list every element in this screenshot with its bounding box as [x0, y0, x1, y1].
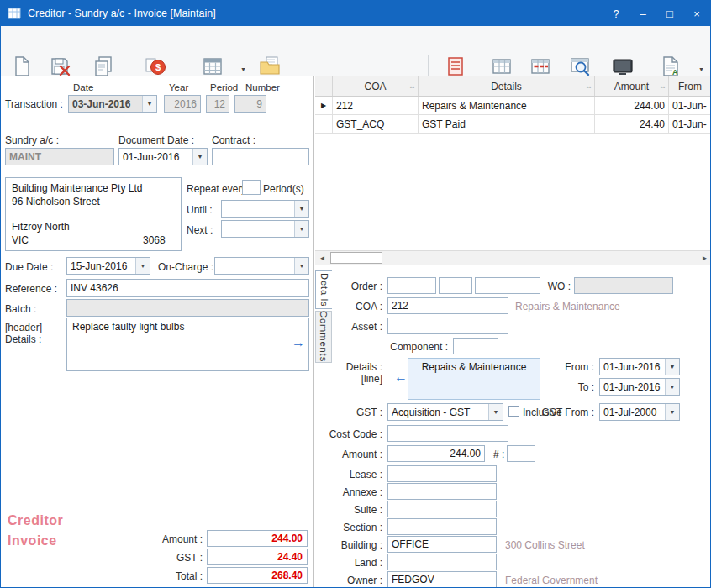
line-items-grid: COA ⇔ Details ⇔ Amount ⇔ From ▶ 212 Repa…	[315, 76, 711, 265]
minimize-button[interactable]: –	[629, 1, 656, 26]
cell-coa[interactable]: GST_ACQ	[333, 115, 419, 133]
wo-field	[574, 277, 673, 294]
to-date-value: 01-Jun-2016	[600, 379, 665, 395]
from-date-picker[interactable]: 01-Jun-2016 ▼	[599, 358, 680, 375]
order-field-2[interactable]	[439, 277, 472, 294]
wipe-grid-icon	[491, 54, 513, 77]
row-selector-cell[interactable]: ▶	[315, 97, 333, 114]
window-controls: ? – □ ×	[603, 1, 710, 26]
column-pin-icon[interactable]: ⇔	[408, 82, 416, 91]
reports-icon: A	[660, 54, 682, 77]
suite-field[interactable]	[387, 501, 497, 517]
row-selector-cell[interactable]	[315, 115, 333, 133]
copy-details-arrow-left-icon[interactable]: ←	[394, 370, 408, 385]
copy-details-arrow-right-icon[interactable]: →	[292, 335, 305, 350]
svg-text:$: $	[155, 62, 161, 72]
cell-from[interactable]: 01-Jun-	[669, 97, 711, 114]
reports-chevron-down-icon[interactable]: ▼	[698, 66, 704, 72]
gst-from-date-picker[interactable]: 01-Jul-2000 ▼	[599, 403, 680, 421]
chevron-down-icon: ▼	[665, 379, 679, 395]
order-field-1[interactable]	[387, 277, 436, 294]
asset-field[interactable]	[387, 318, 508, 334]
from-label: From :	[539, 361, 594, 373]
wo-label: WO :	[522, 281, 571, 292]
land-field[interactable]	[387, 554, 497, 570]
tab-comments[interactable]: Comments	[315, 311, 332, 363]
repeat-every-field[interactable]	[242, 180, 261, 195]
cell-from[interactable]: 01-Jun-	[669, 115, 711, 133]
component-field[interactable]	[453, 338, 498, 354]
owner-description-hint: Federal Government	[505, 575, 598, 586]
line-details-box[interactable]: Repairs & Maintenance	[408, 358, 540, 400]
contract-label: Contract :	[212, 134, 255, 146]
contract-field[interactable]	[212, 148, 309, 165]
due-date-picker[interactable]: 15-Jun-2016 ▼	[66, 257, 150, 275]
wipe-search-icon	[569, 54, 591, 77]
next-label: Next :	[187, 224, 213, 236]
grid-header-coa[interactable]: COA ⇔	[333, 76, 419, 96]
column-pin-icon[interactable]: ⇔	[585, 82, 592, 91]
cell-details[interactable]: Repairs & Maintenance	[419, 97, 595, 114]
inclusive-checkbox[interactable]	[508, 406, 519, 417]
year-column-label: Year	[169, 82, 188, 92]
next-date-picker[interactable]: ▼	[221, 220, 309, 238]
chevron-down-icon: ▼	[294, 258, 308, 274]
coa-field[interactable]	[387, 297, 508, 314]
tab-label: Comments	[319, 311, 329, 362]
section-field[interactable]	[387, 518, 497, 535]
on-charge-value	[215, 258, 294, 274]
watermark-invoice: Invoice	[8, 533, 57, 549]
titlebar: Creditor - Sundry a/c - Invoice [Maintai…	[1, 1, 710, 26]
scroll-track[interactable]	[329, 251, 698, 265]
chevron-down-icon: ▼	[665, 359, 679, 375]
payee-address-box[interactable]: Building Maintenance Pty Ltd 96 Nicholso…	[5, 177, 182, 251]
owner-field[interactable]	[387, 571, 497, 588]
cell-coa[interactable]: 212	[333, 97, 419, 114]
payee-state: VIC	[12, 234, 29, 246]
help-button[interactable]: ?	[603, 1, 629, 26]
gst-type-select[interactable]: Acquisition - GST ▼	[387, 403, 503, 421]
due-date-label: Due Date :	[5, 261, 53, 273]
document-date-picker[interactable]: 01-Jun-2016 ▼	[118, 148, 208, 165]
building-icon	[202, 54, 224, 77]
grid-row: ▶ 212 Repairs & Maintenance 244.00 01-Ju…	[315, 97, 711, 115]
header-details-box[interactable]: Replace faulty light bulbs	[66, 318, 309, 371]
cost-code-field[interactable]	[387, 425, 508, 442]
coa-label: COA :	[315, 301, 382, 312]
grid-header-details[interactable]: Details ⇔	[419, 76, 595, 96]
scroll-right-icon[interactable]: ►	[698, 251, 711, 265]
building-chevron-down-icon[interactable]: ▼	[240, 66, 246, 72]
grid-header-from[interactable]: From	[669, 76, 711, 96]
line-detail-panel: Details Comments Order : WO : COA : Repa…	[315, 265, 711, 588]
cell-amount[interactable]: 24.40	[595, 115, 669, 133]
reference-field[interactable]	[66, 279, 309, 297]
lease-field[interactable]	[387, 465, 497, 482]
annexe-field[interactable]	[387, 483, 497, 500]
total-gst-value: 24.40	[207, 549, 308, 565]
gst-from-label: GST From :	[539, 407, 594, 418]
maximize-button[interactable]: □	[656, 1, 683, 26]
scroll-left-icon[interactable]: ◄	[315, 251, 329, 265]
line-amount-field[interactable]	[387, 445, 485, 462]
periods-label: Period(s)	[263, 183, 304, 195]
transaction-date-picker[interactable]: 03-Jun-2016 ▼	[68, 95, 157, 113]
column-pin-icon[interactable]: ⇔	[659, 82, 666, 91]
cell-amount[interactable]: 244.00	[595, 97, 669, 114]
building-field[interactable]	[387, 536, 497, 553]
close-button[interactable]: ×	[683, 1, 710, 26]
grid-horizontal-scrollbar[interactable]: ◄ ►	[315, 250, 711, 265]
header-details-label-2: Details :	[5, 333, 41, 345]
until-label: Until :	[187, 204, 213, 216]
chevron-down-icon: ▼	[294, 221, 308, 237]
cell-details[interactable]: GST Paid	[419, 115, 595, 133]
until-date-picker[interactable]: ▼	[221, 200, 309, 218]
total-value: 268.40	[207, 567, 308, 584]
number-field	[234, 95, 266, 113]
hash-field[interactable]	[507, 445, 535, 462]
to-date-picker[interactable]: 01-Jun-2016 ▼	[599, 378, 680, 396]
on-charge-select[interactable]: ▼	[214, 257, 309, 275]
annexe-label: Annexe :	[315, 486, 382, 498]
scroll-thumb[interactable]	[330, 252, 382, 264]
new-document-icon	[11, 54, 33, 77]
grid-header-amount[interactable]: Amount ⇔	[595, 76, 669, 96]
